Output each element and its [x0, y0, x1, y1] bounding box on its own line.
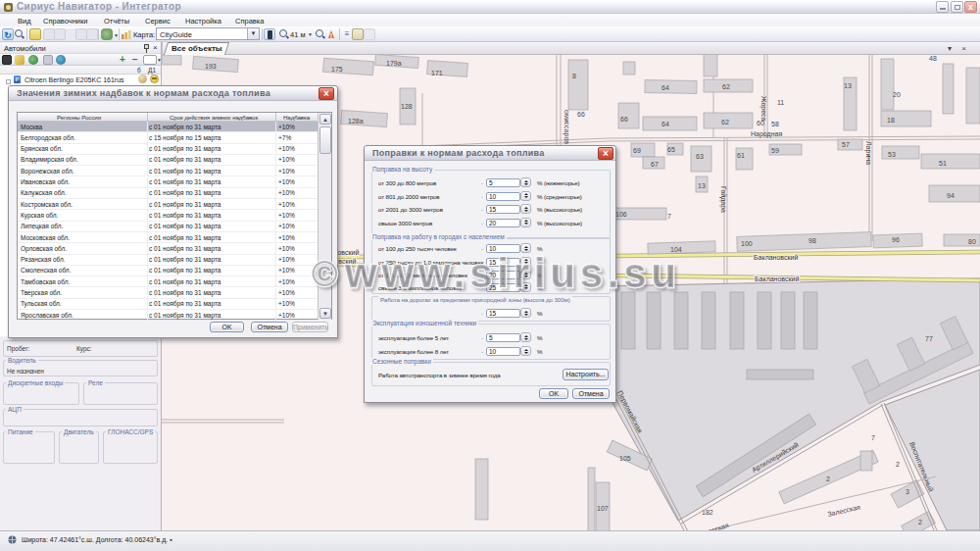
- svg-text:Баклановский: Баклановский: [754, 254, 798, 261]
- svg-text:Гайдара: Гайдара: [719, 186, 727, 213]
- svg-text:104: 104: [670, 246, 682, 253]
- svg-text:128a: 128a: [348, 118, 364, 125]
- svg-text:51: 51: [939, 160, 947, 167]
- svg-text:62: 62: [722, 83, 730, 90]
- svg-text:171: 171: [431, 70, 443, 76]
- svg-text:3: 3: [906, 488, 909, 495]
- svg-text:65: 65: [667, 146, 675, 153]
- svg-text:2: 2: [826, 476, 830, 482]
- svg-text:175: 175: [331, 66, 343, 73]
- svg-text:107: 107: [597, 505, 609, 512]
- svg-text:106: 106: [615, 211, 627, 218]
- svg-text:128: 128: [401, 103, 413, 110]
- svg-text:13: 13: [698, 182, 706, 189]
- svg-text:58: 58: [771, 121, 779, 127]
- svg-text:69: 69: [633, 147, 641, 154]
- svg-text:57: 57: [842, 141, 850, 148]
- svg-text:13: 13: [844, 82, 852, 89]
- svg-text:Народная: Народная: [751, 130, 782, 138]
- svg-text:66: 66: [577, 111, 585, 118]
- svg-text:Баклановский: Баклановский: [755, 276, 799, 282]
- svg-text:62: 62: [721, 119, 729, 125]
- svg-text:7: 7: [871, 434, 875, 441]
- svg-text:96: 96: [892, 236, 900, 243]
- svg-text:64: 64: [662, 121, 669, 127]
- svg-text:омиссаров: омиссаров: [563, 110, 570, 144]
- svg-text:7: 7: [667, 213, 671, 220]
- svg-text:18: 18: [887, 117, 895, 124]
- svg-text:59: 59: [771, 147, 779, 154]
- svg-text:Жореса: Жореса: [760, 96, 767, 122]
- svg-text:48: 48: [929, 55, 937, 62]
- svg-text:2: 2: [918, 519, 922, 526]
- svg-text:61: 61: [737, 152, 745, 159]
- svg-text:67: 67: [651, 161, 659, 168]
- svg-text:193: 193: [205, 63, 217, 70]
- svg-text:11: 11: [777, 99, 784, 106]
- svg-text:94: 94: [947, 192, 955, 199]
- svg-text:63: 63: [696, 153, 704, 160]
- svg-text:2: 2: [896, 461, 900, 468]
- svg-text:53: 53: [888, 151, 896, 158]
- svg-text:80: 80: [968, 238, 976, 245]
- svg-text:100: 100: [741, 240, 753, 247]
- svg-text:77: 77: [925, 335, 933, 342]
- svg-text:64: 64: [662, 84, 669, 91]
- svg-text:20: 20: [893, 91, 901, 98]
- svg-text:98: 98: [808, 237, 816, 244]
- svg-text:8: 8: [572, 73, 576, 79]
- svg-text:66: 66: [620, 116, 628, 123]
- svg-text:Ларина: Ларина: [864, 141, 872, 165]
- svg-text:179a: 179a: [386, 60, 402, 67]
- svg-text:105: 105: [619, 455, 631, 462]
